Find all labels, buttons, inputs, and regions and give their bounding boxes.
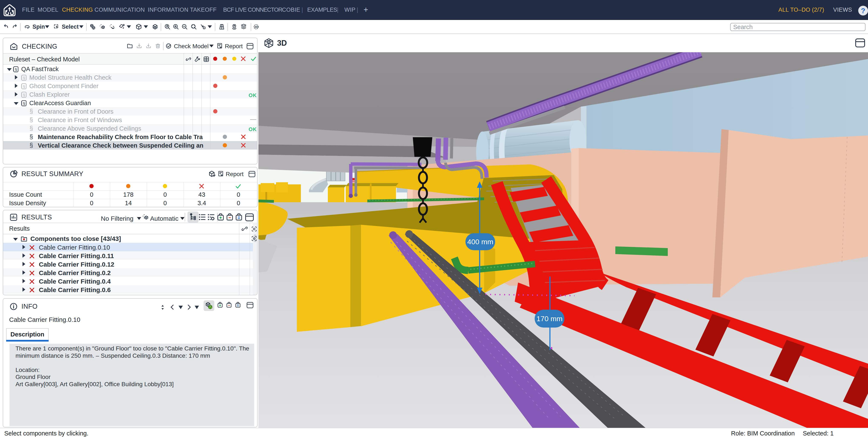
svg-text:§: § (15, 67, 17, 71)
svg-text:§: § (23, 101, 25, 106)
svg-text:§: § (23, 84, 25, 89)
svg-text:400 mm: 400 mm (467, 238, 493, 246)
svg-text:§: § (23, 93, 25, 97)
svg-text:170 mm: 170 mm (536, 315, 563, 323)
svg-text:§: § (23, 76, 25, 80)
svg-text:3D: 3D (254, 25, 258, 28)
